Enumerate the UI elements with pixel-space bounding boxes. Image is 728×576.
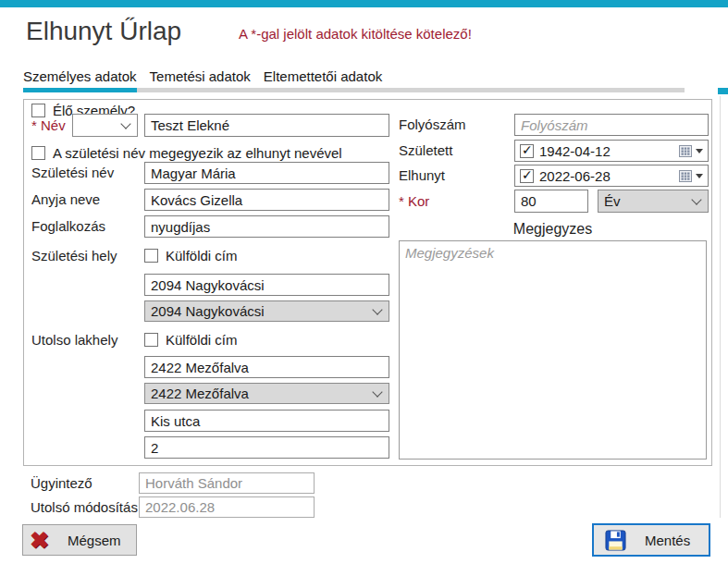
birth-name-label: Születési név <box>31 162 114 184</box>
save-button-label: Mentés <box>645 533 690 548</box>
mother-name-input[interactable] <box>144 189 389 211</box>
dropdown-arrow-icon[interactable] <box>696 149 703 153</box>
birth-place-city-combobox[interactable]: 2094 Nagykovácsi <box>144 300 389 322</box>
last-residence-street-input[interactable] <box>144 410 389 432</box>
died-date-checkbox[interactable] <box>520 169 534 183</box>
last-modified-label: Utolsó módosítás <box>31 496 138 518</box>
age-unit-selected: Év <box>604 193 687 209</box>
mother-name-label: Anyja neve <box>31 189 100 211</box>
last-residence-number-input[interactable] <box>144 436 389 459</box>
born-label: Született <box>399 140 452 162</box>
save-button[interactable]: Mentés <box>592 523 710 557</box>
tab-szemelyes-adatok[interactable]: Személyes adatok <box>23 68 137 88</box>
birth-place-city-selected: 2094 Nagykovácsi <box>151 303 368 319</box>
birth-place-label: Születési hely <box>31 248 117 263</box>
calendar-icon[interactable] <box>679 145 692 157</box>
last-residence-city-input[interactable] <box>144 356 389 378</box>
window-right-border <box>720 96 721 518</box>
born-date-checkbox[interactable] <box>520 144 534 158</box>
notes-caption: Megjegyzes <box>399 221 707 238</box>
born-date-value: 1942-04-12 <box>539 143 679 159</box>
age-label: * Kor <box>399 190 429 213</box>
chevron-down-icon <box>372 386 382 397</box>
last-residence-foreign-label: Külföldi cím <box>166 332 238 348</box>
last-residence-city-combobox[interactable]: 2422 Mezőfalva <box>144 383 389 404</box>
birth-place-city-input[interactable] <box>144 274 389 296</box>
clerk-label: Ügyintező <box>31 472 93 494</box>
birth-place-foreign-label: Külföldi cím <box>166 248 238 263</box>
tab-strip-right-accent <box>718 88 728 94</box>
birth-name-input[interactable] <box>144 162 389 184</box>
tab-temetesi-adatok[interactable]: Temetési adatok <box>150 68 251 88</box>
born-datepicker[interactable]: 1942-04-12 <box>514 140 709 162</box>
name-title-combobox[interactable] <box>72 114 138 137</box>
cancel-button[interactable]: ✖ Mégsem <box>22 524 137 556</box>
tab-eltemettetoi-adatok[interactable]: Eltemettetői adatok <box>264 68 382 88</box>
name-label: * Név <box>31 114 66 137</box>
occupation-input[interactable] <box>144 215 389 238</box>
red-x-icon: ✖ <box>30 529 49 552</box>
account-number-input[interactable] <box>514 114 709 136</box>
chevron-down-icon <box>372 304 382 314</box>
personal-data-panel: Élő személy? * Név A születési név megeg… <box>23 99 712 466</box>
last-residence-foreign-checkbox[interactable] <box>144 333 158 347</box>
page-title: Elhunyt Űrlap <box>26 17 181 46</box>
name-input[interactable] <box>144 114 389 137</box>
notes-textarea[interactable] <box>399 240 707 460</box>
required-fields-note: A *-gal jelölt adatok kitöltése kötelező… <box>239 26 472 42</box>
tab-strip-baseline <box>137 88 685 92</box>
cancel-button-label: Mégsem <box>68 533 121 548</box>
dropdown-arrow-icon[interactable] <box>696 174 703 178</box>
same-birthname-label: A születési név megegyezik az elhunyt ne… <box>53 145 342 161</box>
active-tab-indicator <box>23 88 137 92</box>
died-datepicker[interactable]: 2022-06-28 <box>514 165 709 187</box>
chevron-down-icon <box>691 194 701 204</box>
last-residence-foreign-row: Külföldi cím <box>144 332 238 348</box>
calendar-icon[interactable] <box>679 170 692 182</box>
window-accent-bar <box>0 0 728 7</box>
elhunyt-form-window: Elhunyt Űrlap A *-gal jelölt adatok kitö… <box>0 0 728 576</box>
floppy-disk-icon <box>605 530 626 551</box>
same-birthname-row: A születési név megegyezik az elhunyt ne… <box>31 145 342 161</box>
last-modified-input <box>139 496 315 518</box>
age-unit-combobox[interactable]: Év <box>598 190 709 213</box>
last-residence-city-selected: 2422 Mezőfalva <box>151 386 368 401</box>
account-number-label: Folyószám <box>399 114 466 136</box>
clerk-input <box>139 472 315 494</box>
last-residence-label: Utolso lakhely <box>31 332 117 348</box>
same-birthname-checkbox[interactable] <box>31 146 45 160</box>
occupation-label: Foglalkozás <box>31 215 105 238</box>
died-date-value: 2022-06-28 <box>539 168 679 184</box>
birth-place-foreign-checkbox[interactable] <box>144 249 158 263</box>
birth-place-foreign-row: Külföldi cím <box>144 248 238 263</box>
age-input[interactable] <box>514 190 588 213</box>
chevron-down-icon <box>120 118 130 129</box>
tab-strip: Személyes adatok Temetési adatok Eltemet… <box>23 68 382 88</box>
died-label: Elhunyt <box>399 165 445 187</box>
